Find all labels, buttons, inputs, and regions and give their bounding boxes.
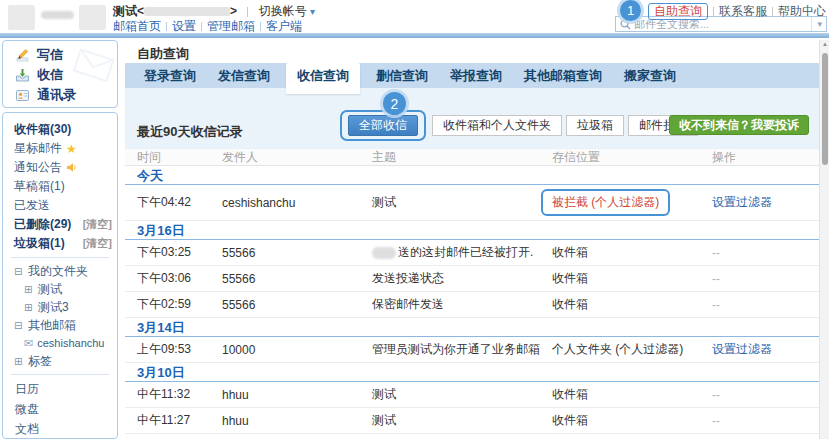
table-row: 下午03:25 55566 送的这封邮件已经被打开. 收件箱 -- — [125, 240, 819, 266]
tab-receive-query[interactable]: 收信查询 — [286, 63, 360, 94]
compose-label: 写信 — [37, 46, 63, 64]
inbox-receive-icon — [15, 68, 30, 83]
tab-migration-query[interactable]: 搬家查询 — [613, 63, 687, 88]
tab-report-query[interactable]: 举报查询 — [439, 63, 513, 88]
sidebar-tool-docs[interactable]: 文档 — [3, 419, 117, 439]
tab-delete-query[interactable]: 删信查询 — [365, 63, 439, 88]
date-group-mar14: 3月14日 — [125, 318, 819, 337]
cell-sender: 55566 — [222, 246, 372, 260]
sidebar-tree-ceshishanchu[interactable]: ✉ ceshishanchu — [3, 334, 117, 352]
date-group-mar10: 3月10日 — [125, 363, 819, 382]
col-subject: 主题 — [372, 149, 552, 166]
tool-label: 日历 — [15, 381, 39, 398]
empty-deleted-link[interactable]: [清空] — [83, 217, 112, 232]
divider — [247, 7, 248, 17]
scrollbar-thumb[interactable] — [822, 53, 828, 165]
cell-location: 收件箱 — [552, 386, 712, 403]
tree-collapse-icon[interactable]: ⊟ — [14, 266, 24, 277]
tab-login-query[interactable]: 登录查询 — [133, 63, 207, 88]
sidebar-tree-tags[interactable]: ⊞ 标签 — [3, 352, 117, 370]
table-row: 下午03:06 55566 发送投递状态 收件箱 -- — [125, 266, 819, 292]
logo-placeholder-2 — [79, 5, 106, 30]
col-action: 操作 — [712, 149, 819, 166]
col-time: 时间 — [137, 149, 222, 166]
filter-all-mail-button[interactable]: 全部收信 — [348, 115, 418, 136]
cell-time: 上午09:53 — [137, 341, 222, 358]
switch-account-link[interactable]: 切换帐号 — [259, 4, 307, 18]
sidebar-folder-starred[interactable]: 星标邮件 ★ — [3, 139, 117, 158]
folder-label: 通知公告 — [14, 159, 62, 176]
link-manage-mailbox[interactable]: 管理邮箱 — [207, 19, 255, 33]
logo-placeholder — [8, 5, 35, 30]
contacts-label: 通讯录 — [37, 86, 76, 104]
divider — [260, 22, 261, 31]
folder-label: 垃圾箱(1) — [14, 235, 65, 252]
account-email-redacted — [144, 7, 230, 16]
sidebar-folder-announcements[interactable]: 通知公告 — [3, 158, 117, 177]
section-title: 最近90天收信记录 — [137, 123, 242, 141]
nav-self-query-highlighted[interactable]: 自助查询 — [648, 3, 708, 20]
tab-send-query[interactable]: 发信查询 — [207, 63, 281, 88]
cell-sender: hhuu — [222, 388, 372, 402]
divider — [772, 7, 773, 17]
envelope-icon: ✉ — [24, 337, 33, 350]
link-client[interactable]: 客户端 — [266, 19, 302, 33]
divider — [11, 374, 109, 375]
table-row: 中午11:32 hhuu 测试 收件箱 -- — [125, 382, 819, 408]
cell-sender: 55566 — [222, 272, 372, 286]
filter-spam-button[interactable]: 垃圾箱 — [566, 115, 624, 136]
tree-expand-icon[interactable]: ⊞ — [14, 356, 24, 367]
page-title: 自助查询 — [137, 45, 189, 63]
link-mail-home[interactable]: 邮箱首页 — [113, 19, 161, 33]
cell-time: 下午04:42 — [137, 194, 222, 211]
account-name-suffix: > — [230, 4, 237, 18]
nav-help-center[interactable]: 帮助中心 — [778, 3, 826, 20]
set-filter-link[interactable]: 设置过滤器 — [712, 341, 819, 358]
tree-label: 测试 — [38, 281, 62, 298]
sidebar-tool-calendar[interactable]: 日历 — [3, 379, 117, 399]
empty-spam-link[interactable]: [清空] — [83, 236, 112, 251]
annotation-step-2: 2 — [383, 92, 406, 115]
sidebar-item-contacts[interactable]: 通讯录 — [3, 85, 117, 105]
divider — [11, 257, 109, 258]
cell-time: 中午11:27 — [137, 412, 222, 429]
tree-label: 标签 — [28, 353, 52, 370]
filter-inbox-personal-button[interactable]: 收件箱和个人文件夹 — [432, 115, 562, 136]
cell-action-none: -- — [712, 388, 819, 402]
tab-other-mailbox-query[interactable]: 其他邮箱查询 — [513, 63, 613, 88]
pencil-icon — [15, 48, 30, 63]
sidebar-tree-other-mailboxes[interactable]: ⊟ 其他邮箱 — [3, 316, 117, 334]
sidebar-item-compose[interactable]: 写信 — [3, 45, 117, 65]
sidebar-tree-test3[interactable]: ⊞ 测试3 — [3, 298, 117, 316]
chevron-down-icon[interactable]: ▾ — [310, 6, 315, 17]
tree-expand-icon[interactable]: ⊞ — [24, 302, 34, 313]
subject-redacted-blob — [372, 247, 396, 259]
complaint-button[interactable]: 收不到来信？我要投诉 — [669, 115, 809, 135]
annotation-step-1: 1 — [620, 0, 641, 21]
sidebar-tree-test[interactable]: ⊞ 测试 — [3, 280, 117, 298]
vertical-scrollbar[interactable]: ▲ — [819, 40, 829, 439]
date-group-mar16: 3月16日 — [125, 221, 819, 240]
receive-records-table: 时间 发件人 主题 存信位置 操作 今天 下午04:42 ceshishanch… — [125, 148, 819, 439]
nav-contact-support[interactable]: 联系客服 — [719, 3, 767, 20]
sidebar-folder-deleted[interactable]: 已删除(29) [清空] — [3, 215, 117, 234]
link-settings[interactable]: 设置 — [172, 19, 196, 33]
date-group-today: 今天 — [125, 166, 819, 185]
sidebar-folder-sent[interactable]: 已发送 — [3, 196, 117, 215]
sidebar-folders-panel: 收件箱(30) 星标邮件 ★ 通知公告 草稿箱(1) 已发送 已删除(29) [… — [2, 112, 118, 439]
tree-label: 其他邮箱 — [28, 317, 76, 334]
tree-collapse-icon[interactable]: ⊟ — [14, 320, 24, 331]
sidebar-folder-inbox[interactable]: 收件箱(30) — [3, 120, 117, 139]
set-filter-link[interactable]: 设置过滤器 — [712, 194, 819, 211]
sidebar-item-receive[interactable]: 收信 — [3, 65, 117, 85]
sidebar-folder-spam[interactable]: 垃圾箱(1) [清空] — [3, 234, 117, 253]
sidebar-folder-drafts[interactable]: 草稿箱(1) — [3, 177, 117, 196]
folder-label: 星标邮件 — [14, 140, 62, 157]
sidebar-tree-my-folders[interactable]: ⊟ 我的文件夹 — [3, 262, 117, 280]
sidebar-tool-drive[interactable]: 微盘 — [3, 399, 117, 419]
tree-expand-icon[interactable]: ⊞ — [24, 284, 34, 295]
table-row: 中午11:27 hhuu 测试 收件箱 -- — [125, 408, 819, 434]
divider — [201, 22, 202, 31]
cell-sender: ceshishanchu — [222, 196, 372, 210]
scroll-up-icon[interactable]: ▲ — [820, 41, 829, 47]
